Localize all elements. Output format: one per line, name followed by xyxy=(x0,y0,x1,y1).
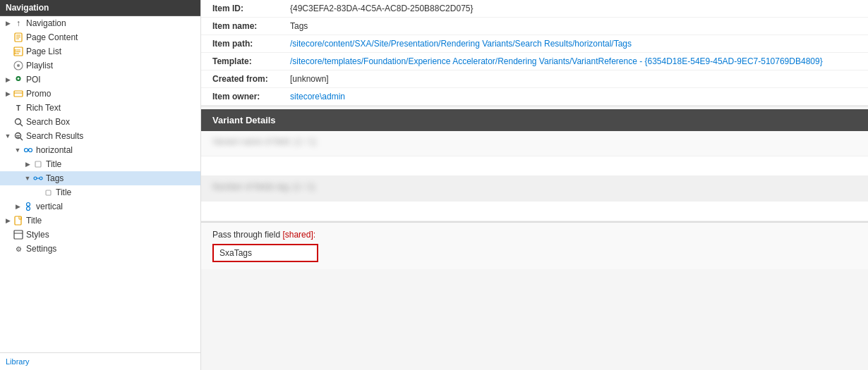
sidebar-item-label: Tags xyxy=(46,173,64,183)
sidebar-item-title-main[interactable]: ▶ Title xyxy=(0,214,200,228)
item-path-row: Item path: /sitecore/content/SXA/Site/Pr… xyxy=(201,35,868,53)
richtext-icon: T xyxy=(13,102,24,113)
sidebar-item-styles[interactable]: Styles xyxy=(0,228,200,242)
toggle-icon: ▶ xyxy=(3,216,13,226)
svg-point-23 xyxy=(25,149,28,152)
svg-point-27 xyxy=(34,177,37,180)
sidebar-item-horizontal[interactable]: ▼ horizontal xyxy=(0,143,200,157)
svg-line-20 xyxy=(20,137,23,140)
sidebar-item-search-results[interactable]: ▼ Search Results xyxy=(0,129,200,143)
sidebar-item-search-box[interactable]: Search Box xyxy=(0,115,200,129)
toggle-icon xyxy=(3,61,13,70)
item-owner-value[interactable]: sitecore\admin xyxy=(290,92,857,101)
item-owner-row: Item owner: sitecore\admin xyxy=(201,88,868,106)
item-path-label: Item path: xyxy=(212,39,290,49)
toggle-icon: ▼ xyxy=(23,173,32,183)
toggle-icon: ▶ xyxy=(3,18,13,28)
svg-point-24 xyxy=(29,149,32,152)
item-name-row: Item name: Tags xyxy=(201,18,868,35)
sidebar-item-title-tags[interactable]: Title xyxy=(0,185,200,199)
sidebar-item-label: Promo xyxy=(26,89,51,99)
pass-through-shared-text: [shared]: xyxy=(282,230,315,240)
sidebar-item-vertical[interactable]: ▶ vertical xyxy=(0,199,200,214)
variant-field-icon xyxy=(32,173,44,184)
field-icon xyxy=(32,159,44,170)
variant-section: Variant name of field: (1 / 1) Number of… xyxy=(201,131,868,269)
toggle-icon xyxy=(3,244,13,254)
sidebar-item-label: POI xyxy=(26,75,41,85)
playlist-icon xyxy=(13,60,24,71)
tree-container: ▶ ↑ Navigation Page Content Page List xyxy=(0,16,200,256)
pass-through-input[interactable] xyxy=(219,248,311,258)
toggle-icon xyxy=(3,117,13,127)
sidebar-item-playlist[interactable]: Playlist xyxy=(0,58,200,73)
created-from-row: Created from: [unknown] xyxy=(201,70,868,88)
styles-icon xyxy=(13,229,24,240)
sidebar-item-label: Title xyxy=(26,216,42,226)
toggle-icon: ▶ xyxy=(3,75,13,85)
toggle-icon: ▶ xyxy=(23,159,32,169)
sidebar-header: Navigation xyxy=(0,0,200,16)
svg-line-18 xyxy=(20,123,23,126)
svg-point-17 xyxy=(15,118,20,124)
toggle-icon: ▶ xyxy=(3,89,13,99)
item-id-row: Item ID: {49C3EFA2-83DA-4C5A-AC8D-250B88… xyxy=(201,0,868,18)
template-value[interactable]: /sitecore/templates/Foundation/Experienc… xyxy=(290,56,857,66)
sidebar-item-navigation[interactable]: ▶ ↑ Navigation xyxy=(0,16,200,30)
template-row: Template: /sitecore/templates/Foundation… xyxy=(201,53,868,70)
variant-folder-v-icon xyxy=(23,201,34,212)
pass-through-input-wrapper xyxy=(212,244,318,262)
svg-point-12 xyxy=(17,64,20,67)
created-from-value: [unknown] xyxy=(290,74,857,84)
svg-point-28 xyxy=(40,177,42,180)
settings-icon: ⚙ xyxy=(13,243,24,254)
sidebar-item-title-h[interactable]: ▶ Title xyxy=(0,157,200,171)
pass-through-section: Pass through field [shared]: xyxy=(201,221,868,269)
pass-through-label: Pass through field [shared]: xyxy=(212,230,857,240)
svg-point-14 xyxy=(18,78,20,80)
svg-rect-15 xyxy=(14,91,23,97)
svg-rect-36 xyxy=(14,230,23,239)
sidebar-item-poi[interactable]: ▶ POI xyxy=(0,73,200,87)
sidebar-item-label: Rich Text xyxy=(26,103,61,113)
page-icon xyxy=(13,32,24,43)
sidebar-item-label: Navigation xyxy=(26,18,66,28)
doc-icon xyxy=(13,215,24,226)
sidebar-item-page-content[interactable]: Page Content xyxy=(0,30,200,44)
sidebar-item-label: Playlist xyxy=(26,61,53,70)
info-table: Item ID: {49C3EFA2-83DA-4C5A-AC8D-250B88… xyxy=(201,0,868,106)
sidebar-item-label: Settings xyxy=(26,244,56,254)
item-id-value: {49C3EFA2-83DA-4C5A-AC8D-250B88C2D075} xyxy=(290,4,857,13)
arrow-up-icon: ↑ xyxy=(13,18,24,29)
sidebar-item-promo[interactable]: ▶ Promo xyxy=(0,87,200,101)
svg-rect-30 xyxy=(46,190,51,195)
svg-rect-34 xyxy=(15,216,21,225)
small-field-icon xyxy=(42,187,54,198)
sidebar-item-label: Page Content xyxy=(26,32,78,42)
searchresults-icon xyxy=(13,130,24,142)
variant-row-2-sub xyxy=(201,202,868,221)
sidebar-item-label: horizontal xyxy=(36,145,73,155)
sidebar-item-rich-text[interactable]: T Rich Text xyxy=(0,101,200,115)
item-path-value[interactable]: /sitecore/content/SXA/Site/Presentation/… xyxy=(290,39,857,49)
toggle-icon xyxy=(3,47,13,56)
toggle-icon xyxy=(3,32,13,42)
toggle-icon xyxy=(3,103,13,113)
sidebar-item-tags[interactable]: ▼ Tags xyxy=(0,171,200,185)
template-label: Template: xyxy=(212,56,290,66)
main-content: Item ID: {49C3EFA2-83DA-4C5A-AC8D-250B88… xyxy=(201,0,868,370)
sidebar-item-page-list[interactable]: Page List xyxy=(0,44,200,58)
sidebar: Navigation ▶ ↑ Navigation Page Content P… xyxy=(0,0,201,370)
search-icon xyxy=(13,116,24,128)
toggle-icon: ▶ xyxy=(13,202,23,211)
variant-row-1-sub xyxy=(201,156,868,176)
toggle-icon xyxy=(32,187,42,197)
sidebar-item-settings[interactable]: ⚙ Settings xyxy=(0,242,200,256)
svg-point-10 xyxy=(15,53,16,54)
variant-row-2-text: Number of fields tag: (1 / 1) xyxy=(212,182,857,192)
variant-details-header: Variant Details xyxy=(201,109,868,131)
item-name-label: Item name: xyxy=(212,21,290,31)
pass-through-label-text: Pass through field xyxy=(212,230,280,240)
sidebar-item-label: Search Box xyxy=(26,117,70,127)
library-link[interactable]: Library xyxy=(0,352,200,370)
